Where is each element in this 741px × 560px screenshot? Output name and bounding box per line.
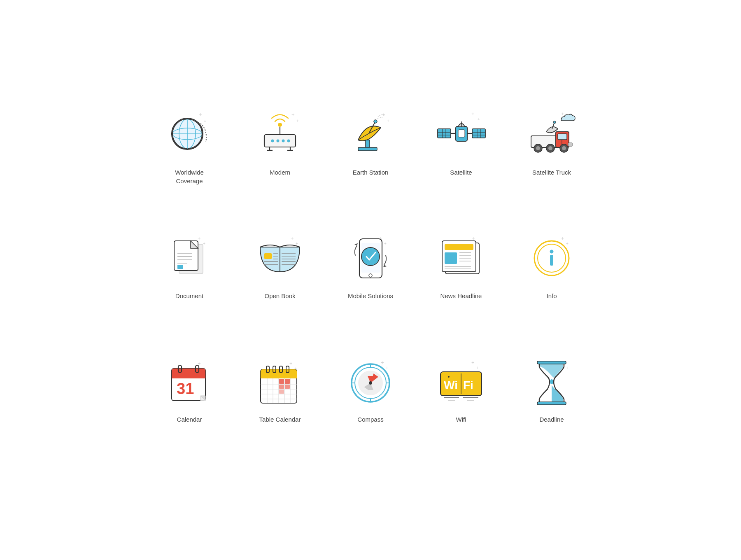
satellite-icon: + + — [434, 107, 488, 161]
icon-item-compass: + + — [344, 346, 397, 461]
icon-item-table-calendar: + + — [253, 346, 307, 461]
icon-grid: + + Worldwide Coverage — [144, 99, 597, 461]
svg-marker-90 — [354, 243, 358, 246]
svg-point-89 — [361, 247, 380, 266]
svg-text:+: + — [291, 235, 294, 241]
svg-text:+: + — [384, 241, 387, 246]
svg-text:+: + — [471, 359, 475, 366]
svg-point-55 — [536, 146, 540, 150]
svg-rect-138 — [279, 385, 284, 389]
svg-point-108 — [550, 250, 554, 254]
document-label: Document — [175, 292, 203, 300]
mobile-solutions-icon: + + — [344, 231, 397, 284]
satellite-truck-icon: + + — [525, 107, 578, 161]
svg-rect-52 — [558, 134, 567, 140]
svg-text:+: + — [566, 241, 569, 246]
news-headline-label: News Headline — [440, 292, 482, 300]
icon-item-satellite-truck: + + — [525, 99, 578, 214]
satellite-truck-label: Satellite Truck — [532, 168, 571, 177]
svg-rect-169 — [537, 361, 566, 364]
svg-marker-91 — [383, 265, 387, 267]
svg-rect-73 — [264, 253, 272, 259]
svg-text:+: + — [386, 366, 388, 370]
open-book-icon: + + — [253, 231, 307, 284]
compass-icon: + + — [344, 354, 397, 408]
svg-rect-97 — [445, 252, 457, 264]
svg-text:+: + — [478, 117, 480, 121]
icon-item-earth-station: + + Earth Station — [344, 99, 397, 214]
earth-station-label: Earth Station — [353, 168, 389, 177]
svg-point-150 — [369, 381, 372, 385]
svg-rect-140 — [279, 390, 284, 394]
svg-rect-109 — [550, 255, 553, 266]
svg-text:+: + — [387, 119, 389, 123]
info-icon: + + — [525, 231, 578, 284]
svg-point-168 — [550, 379, 553, 384]
svg-rect-96 — [445, 244, 473, 250]
svg-text:+: + — [199, 111, 202, 117]
svg-point-17 — [282, 140, 285, 142]
icon-item-document: + + Document — [163, 222, 216, 338]
svg-point-16 — [277, 140, 280, 142]
news-headline-icon: + + — [434, 231, 488, 284]
calendar-label: Calendar — [177, 415, 202, 424]
icon-item-open-book: + + — [253, 222, 307, 338]
svg-point-18 — [287, 140, 290, 142]
svg-rect-137 — [285, 379, 290, 384]
calendar-icon: + + 31 — [163, 354, 216, 408]
table-calendar-icon: + + — [253, 354, 307, 408]
svg-text:Fi: Fi — [463, 379, 473, 392]
svg-text:+: + — [296, 119, 299, 123]
svg-text:+: + — [381, 359, 384, 366]
table-calendar-label: Table Calendar — [259, 415, 301, 424]
svg-rect-69 — [177, 265, 183, 269]
svg-point-11 — [278, 123, 282, 127]
icon-item-calendar: + + 31 Calendar — [163, 346, 216, 461]
svg-rect-31 — [438, 129, 451, 138]
svg-rect-60 — [568, 143, 572, 146]
svg-text:+: + — [566, 366, 569, 370]
icon-item-satellite: + + — [434, 99, 488, 214]
svg-rect-139 — [285, 385, 290, 389]
wifi-icon: + + Wi Fi — [434, 354, 488, 408]
icon-item-deadline: + + Deadline — [525, 346, 578, 461]
compass-label: Compass — [357, 415, 383, 424]
svg-text:31: 31 — [177, 380, 194, 397]
earth-station-icon: + + — [344, 107, 397, 161]
icon-item-wifi: + + Wi Fi Wifi — [434, 346, 488, 461]
svg-rect-14 — [265, 135, 295, 147]
svg-point-15 — [271, 140, 274, 142]
deadline-icon: + + — [525, 354, 578, 408]
svg-text:+: + — [198, 235, 201, 241]
svg-rect-38 — [458, 130, 465, 137]
info-label: Info — [546, 292, 557, 300]
modem-icon: + + — [253, 107, 307, 161]
svg-rect-114 — [172, 373, 205, 378]
svg-text:+: + — [289, 360, 293, 366]
worldwide-coverage-icon: + + — [163, 107, 216, 161]
svg-point-161 — [448, 376, 450, 378]
document-icon: + + — [163, 231, 216, 284]
worldwide-coverage-label: Worldwide Coverage — [175, 168, 204, 185]
svg-point-26 — [374, 120, 377, 123]
svg-rect-27 — [366, 140, 370, 148]
svg-text:Wi: Wi — [444, 379, 458, 392]
deadline-label: Deadline — [539, 415, 564, 424]
svg-rect-28 — [358, 147, 377, 151]
svg-rect-170 — [537, 402, 566, 405]
svg-text:+: + — [471, 111, 475, 117]
icon-item-mobile-solutions: + + Mobile Solutions — [344, 222, 397, 338]
svg-text:+: + — [291, 112, 295, 118]
svg-point-49 — [553, 121, 556, 124]
svg-text:+: + — [472, 235, 475, 241]
satellite-label: Satellite — [450, 168, 472, 177]
svg-text:+: + — [203, 241, 205, 246]
svg-text:+: + — [204, 119, 206, 124]
icon-item-info: + + Info — [525, 222, 578, 338]
svg-text:+: + — [561, 235, 564, 241]
open-book-label: Open Book — [264, 292, 295, 300]
svg-rect-122 — [261, 374, 297, 378]
icon-item-modem: + + — [253, 99, 307, 214]
icon-item-news-headline: + + News Headline — [434, 222, 488, 338]
mobile-solutions-label: Mobile Solutions — [348, 292, 393, 300]
